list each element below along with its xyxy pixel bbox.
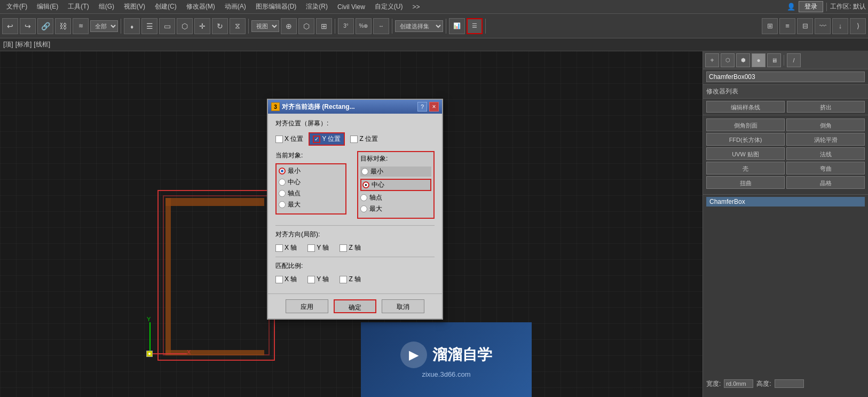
height-input[interactable] — [775, 379, 804, 388]
menu-create[interactable]: 创建(C) — [151, 1, 181, 12]
target-center-radio-circle[interactable]: ● — [362, 181, 369, 188]
mod-bevel-section-btn[interactable]: 倒角剖面 — [706, 118, 785, 131]
rotate-btn[interactable]: ↻ — [212, 18, 228, 34]
rect-select-btn[interactable]: ▭ — [159, 18, 175, 34]
menu-group[interactable]: 组(G) — [94, 1, 119, 12]
rt-table-btn[interactable]: ⊞ — [762, 18, 778, 34]
select-name-btn[interactable]: ☰ — [141, 18, 157, 34]
view-wireframe-label[interactable]: [线框] — [34, 40, 50, 49]
mod-lattice-btn[interactable]: 晶格 — [786, 176, 865, 189]
menu-view[interactable]: 视图(V) — [120, 1, 149, 12]
dir-y-cb-item[interactable]: Y 轴 — [307, 243, 329, 252]
ok-button[interactable]: 确定 — [334, 299, 376, 313]
dialog-help-button[interactable]: ? — [417, 102, 427, 112]
angle-snap-btn[interactable]: 3° — [338, 18, 354, 34]
target-center-radio[interactable]: ● 中心 — [360, 179, 431, 191]
unlink-btn[interactable]: ⛓ — [55, 18, 71, 34]
width-input[interactable] — [724, 379, 753, 388]
mod-uvw-btn[interactable]: UVW 贴图 — [706, 147, 785, 160]
percent-snap-btn[interactable]: %⊕ — [356, 18, 372, 34]
current-min-radio-circle[interactable] — [279, 168, 286, 174]
object-name-input[interactable] — [706, 72, 865, 82]
undo-btn[interactable]: ↩ — [2, 18, 18, 34]
view-top-label[interactable]: [顶] — [3, 40, 13, 49]
mod-extrude-btn[interactable]: 挤出 — [787, 101, 865, 113]
cancel-button[interactable]: 取消 — [382, 299, 424, 313]
current-max-radio-circle[interactable] — [279, 201, 286, 208]
view-standard-label[interactable]: [标准] — [15, 40, 32, 49]
view-select[interactable]: 视图 — [251, 20, 279, 32]
target-min-radio[interactable]: 最小 — [360, 166, 431, 177]
rt-wave-btn[interactable]: 〰 — [815, 18, 831, 34]
align-btn[interactable]: ⊞ — [316, 18, 332, 34]
current-center-radio[interactable]: 中心 — [279, 178, 343, 187]
menu-modifier[interactable]: 修改器(M) — [182, 1, 219, 12]
mod-normal-btn[interactable]: 法线 — [786, 147, 865, 160]
mod-turbosmooth-btn[interactable]: 涡轮平滑 — [786, 133, 865, 146]
mod-bend-btn[interactable]: 弯曲 — [786, 162, 865, 174]
menu-render[interactable]: 渲染(R) — [302, 1, 332, 12]
mod-edit-spline-btn[interactable]: 编辑样条线 — [706, 101, 785, 113]
move-btn[interactable]: ✛ — [194, 18, 210, 34]
menu-graph-editor[interactable]: 图形编辑器(D) — [251, 1, 301, 12]
menu-file[interactable]: 文件(F) — [2, 1, 31, 12]
current-max-radio[interactable]: 最大 — [279, 200, 343, 209]
dir-z-checkbox[interactable] — [340, 244, 347, 252]
redo-btn[interactable]: ↪ — [20, 18, 36, 34]
rt-hierarchy-btn[interactable]: ⬢ — [736, 53, 750, 67]
scale-z-checkbox[interactable] — [340, 276, 347, 283]
toolbar-highlighted-btn[interactable]: ☰ — [467, 18, 483, 34]
snap-btn[interactable]: ⊕ — [281, 18, 297, 34]
login-button[interactable]: 登录 — [799, 1, 823, 12]
scale-y-checkbox[interactable] — [307, 276, 315, 283]
menu-customize[interactable]: 自定义(U) — [370, 1, 407, 12]
spinner-snap-btn[interactable]: ↔ — [373, 18, 389, 34]
rt-scale-btn[interactable]: ⬡ — [721, 53, 735, 67]
mod-twist-btn[interactable]: 扭曲 — [706, 176, 785, 189]
target-max-radio-circle[interactable] — [360, 205, 367, 212]
dir-z-cb-item[interactable]: Z 轴 — [340, 243, 361, 252]
rt-dl-btn[interactable]: ↓ — [832, 18, 848, 34]
scale-btn[interactable]: ⧖ — [230, 18, 246, 34]
apply-button[interactable]: 应用 — [286, 299, 328, 313]
current-center-radio-circle[interactable] — [279, 179, 286, 186]
graph-editor-btn[interactable]: 📊 — [449, 18, 465, 34]
select-btn[interactable]: ⬧ — [124, 18, 140, 34]
mod-ffd-btn[interactable]: FFD(长方体) — [706, 133, 785, 146]
scale-z-cb-item[interactable]: Z 轴 — [340, 275, 361, 284]
menu-edit[interactable]: 编辑(E) — [33, 1, 62, 12]
scale-x-checkbox[interactable] — [275, 276, 283, 283]
fence-select-btn[interactable]: ⬡ — [177, 18, 193, 34]
link-btn[interactable]: 🔗 — [37, 18, 53, 34]
scale-y-cb-item[interactable]: Y 轴 — [307, 275, 329, 284]
rt-list-btn[interactable]: ≡ — [779, 18, 795, 34]
target-pivot-radio[interactable]: 轴点 — [360, 193, 431, 202]
mod-shell-btn[interactable]: 壳 — [706, 162, 785, 174]
target-pivot-radio-circle[interactable] — [360, 194, 367, 201]
selection-set[interactable]: 创建选择集 — [395, 20, 443, 32]
current-pivot-radio-circle[interactable] — [279, 190, 286, 197]
menu-civil-view[interactable]: Civil View — [333, 2, 369, 12]
target-min-radio-circle[interactable] — [361, 168, 368, 175]
z-position-cb-item[interactable]: Z 位置 — [350, 134, 378, 144]
rt-monitor-btn[interactable]: 🖥 — [767, 53, 781, 67]
x-position-checkbox[interactable] — [275, 136, 283, 143]
current-min-radio[interactable]: 最小 — [279, 166, 343, 176]
rt-utility-btn[interactable]: / — [787, 53, 801, 67]
dir-x-checkbox[interactable] — [275, 244, 283, 252]
rt-add-btn[interactable]: + — [705, 53, 719, 67]
mod-bevel-btn[interactable]: 倒角 — [786, 118, 865, 131]
mirror-btn[interactable]: ⬡ — [298, 18, 314, 34]
menu-animation[interactable]: 动画(A) — [220, 1, 250, 12]
x-position-cb-item[interactable]: X 位置 — [275, 134, 303, 144]
target-max-radio[interactable]: 最大 — [360, 204, 431, 213]
y-position-checkbox[interactable] — [313, 136, 320, 143]
menu-more[interactable]: >> — [408, 2, 424, 12]
dir-x-cb-item[interactable]: X 轴 — [275, 243, 297, 252]
menu-tools[interactable]: 工具(T) — [64, 1, 93, 12]
y-position-highlight[interactable]: Y 位置 — [309, 132, 345, 146]
dir-y-checkbox[interactable] — [307, 244, 315, 252]
dialog-close-button[interactable]: × — [429, 102, 439, 112]
dialog-title-bar[interactable]: 3 对齐当前选择 (Rectang... ? × — [268, 100, 442, 114]
filter-select[interactable]: 全部 — [90, 20, 118, 32]
